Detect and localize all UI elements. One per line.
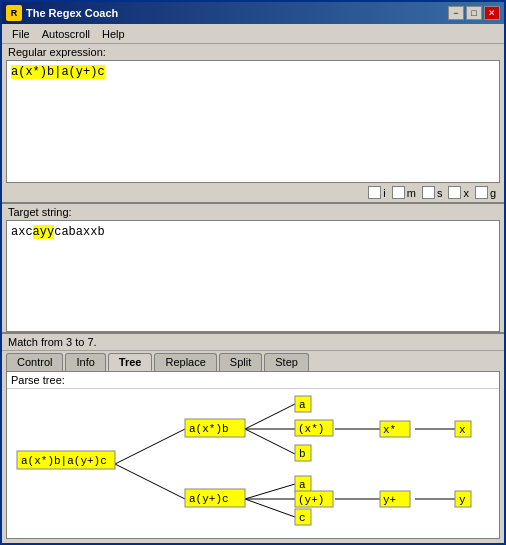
svg-text:a: a — [299, 479, 306, 491]
checkbox-m-label: m — [407, 187, 416, 199]
target-text: axcayycabaxxb — [7, 221, 499, 244]
svg-line-0 — [115, 429, 185, 464]
checkbox-x-group: x — [448, 186, 469, 199]
svg-text:x*: x* — [383, 424, 396, 436]
tab-control[interactable]: Control — [6, 353, 63, 371]
menu-file[interactable]: File — [6, 26, 36, 42]
regex-input-area[interactable]: a(x*)b|a(y+)c — [6, 60, 500, 183]
svg-line-4 — [245, 429, 295, 454]
target-highlighted: ayy — [33, 225, 55, 239]
tabs-panel: Control Info Tree Replace Split Step Par… — [2, 351, 504, 543]
target-panel: Target string: axcayycabaxxb — [2, 204, 504, 334]
svg-line-5 — [245, 484, 295, 499]
main-window: R The Regex Coach − □ ✕ File Autoscroll … — [0, 0, 506, 545]
checkbox-i[interactable] — [368, 186, 381, 199]
parse-tree-area: a(x*)b|a(y+)c a(x*)b a(y+)c a (x*) — [7, 389, 499, 538]
maximize-button[interactable]: □ — [466, 6, 482, 20]
tab-tree[interactable]: Tree — [108, 353, 153, 371]
svg-text:b: b — [299, 448, 306, 460]
tab-split[interactable]: Split — [219, 353, 262, 371]
checkbox-m[interactable] — [392, 186, 405, 199]
svg-text:y: y — [459, 494, 466, 506]
close-button[interactable]: ✕ — [484, 6, 500, 20]
tab-content-tree: Parse tree: — [6, 371, 500, 539]
svg-text:a(x*)b|a(y+)c: a(x*)b|a(y+)c — [21, 455, 107, 467]
target-plain: axc — [11, 225, 33, 239]
target-after: abaxxb — [61, 225, 104, 239]
svg-text:y+: y+ — [383, 494, 396, 506]
svg-text:x: x — [459, 424, 466, 436]
checkbox-row: i m s x g — [2, 183, 504, 202]
menu-bar: File Autoscroll Help — [2, 24, 504, 44]
svg-text:c: c — [299, 512, 306, 524]
regex-highlighted: a(x*)b|a(y+)c — [11, 65, 105, 79]
target-label: Target string: — [2, 204, 504, 220]
target-input-area[interactable]: axcayycabaxxb — [6, 220, 500, 332]
title-buttons: − □ ✕ — [448, 6, 500, 20]
checkbox-x[interactable] — [448, 186, 461, 199]
svg-text:(y+): (y+) — [298, 494, 324, 506]
checkbox-s-group: s — [422, 186, 443, 199]
parse-tree-label: Parse tree: — [7, 372, 499, 389]
match-info-bar: Match from 3 to 7. — [2, 334, 504, 351]
svg-line-7 — [245, 499, 295, 517]
regex-text: a(x*)b|a(y+)c — [7, 61, 499, 84]
minimize-button[interactable]: − — [448, 6, 464, 20]
tab-step[interactable]: Step — [264, 353, 309, 371]
svg-line-1 — [115, 464, 185, 499]
checkbox-i-label: i — [383, 187, 385, 199]
parse-tree-svg: a(x*)b|a(y+)c a(x*)b a(y+)c a (x*) — [15, 389, 485, 538]
svg-text:(x*): (x*) — [298, 423, 324, 435]
match-info-text: Match from 3 to 7. — [8, 336, 97, 348]
svg-text:a(y+)c: a(y+)c — [189, 493, 229, 505]
checkbox-g-group: g — [475, 186, 496, 199]
checkbox-g-label: g — [490, 187, 496, 199]
window-title: The Regex Coach — [26, 7, 448, 19]
svg-line-2 — [245, 404, 295, 429]
menu-autoscroll[interactable]: Autoscroll — [36, 26, 96, 42]
tab-info[interactable]: Info — [65, 353, 105, 371]
checkbox-i-group: i — [368, 186, 385, 199]
menu-help[interactable]: Help — [96, 26, 131, 42]
svg-text:a(x*)b: a(x*)b — [189, 423, 229, 435]
checkbox-s[interactable] — [422, 186, 435, 199]
tab-replace[interactable]: Replace — [154, 353, 216, 371]
checkbox-g[interactable] — [475, 186, 488, 199]
checkbox-s-label: s — [437, 187, 443, 199]
main-content: Regular expression: a(x*)b|a(y+)c i m s — [2, 44, 504, 543]
checkbox-m-group: m — [392, 186, 416, 199]
title-bar: R The Regex Coach − □ ✕ — [2, 2, 504, 24]
svg-text:a: a — [299, 399, 306, 411]
regex-label: Regular expression: — [2, 44, 504, 60]
regex-panel: Regular expression: a(x*)b|a(y+)c i m s — [2, 44, 504, 204]
checkbox-x-label: x — [463, 187, 469, 199]
tabs-row: Control Info Tree Replace Split Step — [2, 351, 504, 371]
app-icon: R — [6, 5, 22, 21]
